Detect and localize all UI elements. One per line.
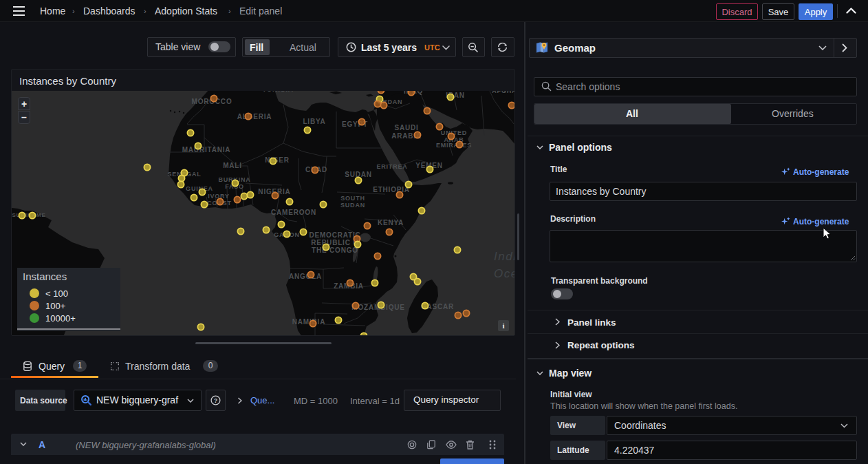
svg-text:NIGER: NIGER xyxy=(265,156,290,164)
svg-text:MALI: MALI xyxy=(223,162,242,169)
svg-text:THE CONGO: THE CONGO xyxy=(312,246,358,254)
svg-text:MAURITANIA: MAURITANIA xyxy=(182,146,231,154)
svg-text:SUDAN: SUDAN xyxy=(340,202,365,209)
svg-text:ETHIOPIA: ETHIOPIA xyxy=(373,186,410,193)
svg-text:LIBYA: LIBYA xyxy=(303,118,325,125)
svg-text:TUNISIA: TUNISIA xyxy=(262,91,294,93)
svg-text:EMIRATES: EMIRATES xyxy=(436,142,472,149)
svg-text:Oce: Oce xyxy=(494,267,514,280)
svg-text:REPUBLIC O: REPUBLIC O xyxy=(311,239,359,246)
svg-text:NAMIBIA: NAMIBIA xyxy=(292,318,325,326)
svg-text:Indi: Indi xyxy=(494,250,514,263)
svg-text:SAUDI: SAUDI xyxy=(394,124,418,131)
svg-text:CAMEROON: CAMEROON xyxy=(271,209,316,216)
svg-text:?: ? xyxy=(214,397,217,404)
svg-text:SOUTH: SOUTH xyxy=(340,195,365,202)
svg-text:ERITREA: ERITREA xyxy=(376,163,407,170)
svg-text:KENYA: KENYA xyxy=(378,219,404,226)
svg-text:DEMOCRATIC: DEMOCRATIC xyxy=(309,231,360,239)
svg-text:ALGERIA: ALGERIA xyxy=(237,113,272,120)
svg-text:ANGOLA: ANGOLA xyxy=(289,273,322,280)
svg-text:AFGHANIS: AFGHANIS xyxy=(492,91,514,94)
